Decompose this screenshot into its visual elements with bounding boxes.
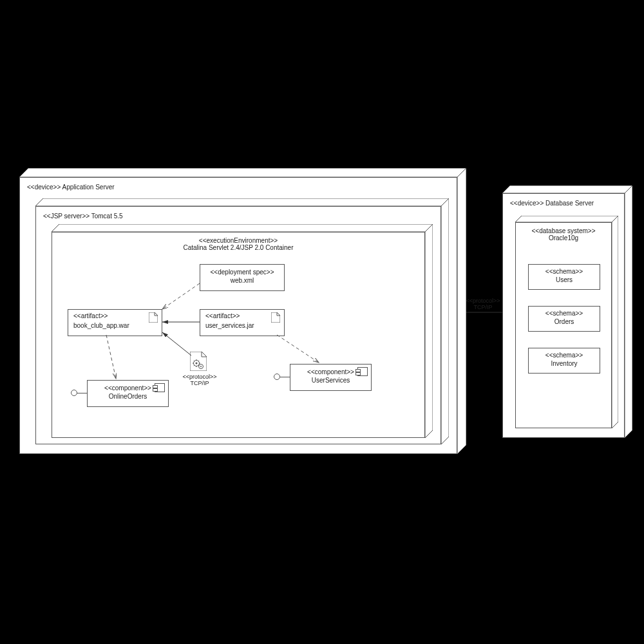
svg-marker-7 [271, 312, 280, 323]
protocol-file-icon [190, 352, 207, 371]
artifact-icon [271, 312, 280, 323]
svg-line-17 [198, 361, 199, 361]
svg-marker-3 [441, 198, 449, 444]
box-component-users: <<component>> UserServices [290, 364, 372, 391]
app-server-label: <<device>> Application Server [27, 184, 115, 191]
artifact-icon [149, 312, 158, 323]
component-icon [357, 367, 368, 376]
svg-marker-22 [625, 185, 632, 438]
svg-line-16 [194, 365, 194, 366]
protocol-file-label: <<protocol>> TCP/IP [177, 374, 222, 386]
box-schema-inventory: <<schema>>Inventory [528, 348, 600, 374]
jsp-server-label: <<JSP server>> Tomcat 5.5 [43, 213, 123, 220]
box-artifact-jar: <<artifact>> user_services.jar [200, 309, 285, 336]
svg-marker-1 [457, 168, 466, 454]
svg-point-10 [196, 363, 198, 365]
svg-marker-21 [502, 185, 632, 193]
exec-env-label: <<executionEnvironment>> Catalina Servle… [52, 237, 425, 251]
component-icon [155, 383, 165, 392]
db-system-label: <<database system>> Oracle10g [515, 227, 612, 242]
svg-marker-2 [35, 198, 449, 206]
box-schema-orders: <<schema>>Orders [528, 306, 600, 332]
svg-line-18 [194, 361, 194, 361]
db-server-label: <<device>> Database Server [510, 200, 594, 207]
box-deploy-spec: <<deployment spec>> web.xml [200, 264, 285, 291]
link-protocol-label: <<protocol>> TCP/IP [460, 298, 506, 310]
svg-marker-0 [19, 168, 466, 177]
deployment-diagram: <<device>> Application Server <<JSP serv… [0, 0, 644, 644]
box-artifact-war: <<artifact>> book_club_app.war [68, 309, 162, 336]
svg-marker-4 [52, 224, 433, 232]
svg-marker-23 [515, 216, 618, 222]
box-schema-users: <<schema>>Users [528, 264, 600, 290]
svg-marker-5 [425, 224, 433, 438]
svg-marker-6 [149, 312, 158, 323]
box-component-orders: <<component>> OnlineOrders [87, 380, 169, 407]
svg-marker-24 [612, 216, 618, 428]
svg-point-20 [200, 366, 202, 367]
